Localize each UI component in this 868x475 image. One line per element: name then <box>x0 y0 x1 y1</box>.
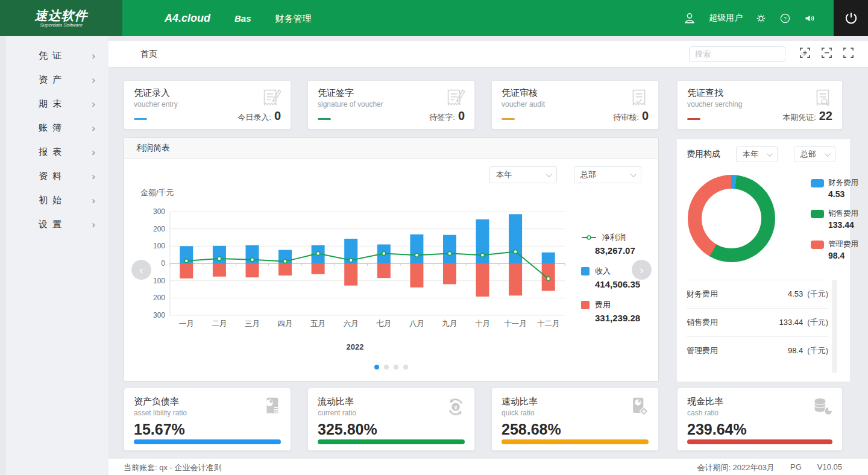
ratio-value: 325.80% <box>318 421 465 438</box>
accent-dash <box>318 118 331 120</box>
table-row[interactable]: 财务费用4.53(千元) <box>687 280 828 308</box>
sidebar-item-settings[interactable]: 设 置› <box>6 212 108 236</box>
card-current-ratio[interactable]: 流动比率 current ratio 325.80% ¥ <box>307 388 475 451</box>
chevron-down-icon <box>825 151 831 157</box>
current-account-set: 当前账套: qx - 企业会计准则 <box>124 462 222 473</box>
document-pie-icon <box>261 396 283 419</box>
chevron-right-icon: › <box>92 195 95 206</box>
profit-chart-body: 本年 总部 金额/千元 3002001000100200300一月二月三月四月五… <box>124 159 658 381</box>
search-box[interactable] <box>689 46 785 62</box>
svg-text:300: 300 <box>153 311 165 319</box>
sidebar-item-initial[interactable]: 初 始› <box>6 188 108 212</box>
blue-square-icon <box>581 267 590 275</box>
card-voucher-search[interactable]: 凭证查找 voucher serching 本期凭证:22 <box>677 80 843 130</box>
legend-sales-expense: 销售费用 133.44 <box>811 209 865 230</box>
zoom-out-bracket-icon[interactable] <box>821 47 832 61</box>
pagination-dot[interactable] <box>374 365 379 370</box>
settings-gear-icon[interactable] <box>755 13 767 24</box>
legend-admin-expense: 管理费用 98.4 <box>811 239 865 260</box>
sidebar-item-voucher[interactable]: 凭 证› <box>6 43 108 68</box>
card-title: 凭证录入 <box>134 87 281 99</box>
nav-module-finance[interactable]: 财务管理 <box>275 13 312 25</box>
nav-product[interactable]: A4.cloud <box>165 12 210 25</box>
sidebar-item-period-end[interactable]: 期 末› <box>6 92 108 116</box>
top-navigation: A4.cloud Bas 财务管理 <box>165 12 312 25</box>
card-subtitle: quick ratio <box>502 409 649 417</box>
card-subtitle: signature of voucher <box>318 100 465 109</box>
sidebar: 凭 证› 资 产› 期 末› 账 簿› 报 表› 资 料› 初 始› 设 置› <box>0 36 108 475</box>
document-pen-icon <box>444 87 467 112</box>
sidebar-item-reports[interactable]: 报 表› <box>6 140 108 164</box>
svg-text:0: 0 <box>161 259 165 268</box>
prev-page-button[interactable]: ‹ <box>131 260 151 280</box>
profit-bar-line-chart: 3002001000100200300一月二月三月四月五月六月七月八月九月十月十… <box>141 207 569 330</box>
chevron-right-icon: › <box>92 123 95 133</box>
svg-text:100: 100 <box>153 277 165 285</box>
period-select[interactable]: 本年 <box>489 166 557 183</box>
sidebar-item-label: 报 表 <box>39 146 63 158</box>
svg-text:四月: 四月 <box>278 319 293 328</box>
svg-text:六月: 六月 <box>344 319 359 328</box>
expense-period-select[interactable]: 本年 <box>736 146 778 162</box>
card-asset-liability-ratio[interactable]: 资产负债率 asset libility ratio 15.67% <box>124 388 291 451</box>
org-select[interactable]: 总部 <box>574 166 641 183</box>
svg-text:七月: 七月 <box>376 319 391 328</box>
expense-donut-wrap <box>688 175 775 262</box>
chart-pagination-dots[interactable] <box>124 365 658 370</box>
sidebar-item-label: 期 末 <box>39 98 63 110</box>
card-subtitle: asset libility ratio <box>134 409 281 417</box>
card-voucher-signature[interactable]: 凭证签字 signature of voucher 待签字:0 <box>307 80 475 130</box>
card-title: 资产负债率 <box>134 396 281 407</box>
logo-title: 速达软件 <box>35 9 88 22</box>
pagination-dot[interactable] <box>403 365 408 370</box>
expense-legend: 财务费用 4.53 销售费用 133.44 管理费用 98.4 <box>811 178 865 270</box>
svg-text:十月: 十月 <box>475 319 490 328</box>
profit-filters: 本年 总部 <box>489 166 641 183</box>
scrollbar[interactable] <box>832 280 837 373</box>
next-page-button[interactable]: › <box>632 260 652 280</box>
card-subtitle: voucher audit <box>502 100 649 109</box>
svg-text:九月: 九月 <box>442 319 458 328</box>
pagination-dot[interactable] <box>394 365 398 370</box>
sidebar-item-account-books[interactable]: 账 簿› <box>6 116 108 140</box>
card-subtitle: current ratio <box>318 409 465 417</box>
card-subtitle: voucher entry <box>134 100 281 109</box>
topbar-right: 超级用户 ? <box>683 0 868 36</box>
sidebar-item-label: 设 置 <box>39 219 63 230</box>
logout-power-button[interactable] <box>834 0 868 36</box>
document-arrow-icon <box>629 396 650 420</box>
expense-title: 费用构成 <box>687 149 720 160</box>
sound-icon[interactable] <box>804 12 816 25</box>
card-cash-ratio[interactable]: 现金比率 cash ratio 239.64% <box>677 388 843 451</box>
fullscreen-icon[interactable] <box>843 47 854 61</box>
expense-org-select[interactable]: 总部 <box>794 146 835 162</box>
chevron-right-icon: › <box>92 51 95 61</box>
chevron-down-icon <box>767 151 773 157</box>
table-row[interactable]: 销售费用133.44(千元) <box>687 308 828 336</box>
svg-text:二月: 二月 <box>212 319 227 328</box>
tab-home[interactable]: 首页 <box>140 49 157 60</box>
status-bar: 当前账套: qx - 企业会计准则 会计期间: 2022年03月 PG V10.… <box>108 459 868 475</box>
nav-edition[interactable]: Bas <box>234 13 251 24</box>
search-input[interactable] <box>695 49 801 58</box>
card-voucher-entry[interactable]: 凭证录入 voucher entry 今日录入:0 <box>124 80 291 130</box>
table-row[interactable]: 管理费用98.4(千元) <box>687 336 828 365</box>
tabbar-tools <box>689 46 854 62</box>
sidebar-item-data[interactable]: 资 料› <box>6 164 108 188</box>
chevron-right-icon: › <box>92 99 95 109</box>
sidebar-item-assets[interactable]: 资 产› <box>6 68 108 92</box>
sidebar-item-label: 资 料 <box>39 171 63 182</box>
pagination-dot[interactable] <box>384 365 389 370</box>
chevron-down-icon <box>631 171 637 177</box>
red-square-icon <box>581 301 590 309</box>
card-quick-ratio[interactable]: 速动比率 quick ratio 258.68% <box>491 388 659 451</box>
chevron-right-icon: › <box>92 219 95 230</box>
username[interactable]: 超级用户 <box>709 13 743 24</box>
svg-text:三月: 三月 <box>245 319 260 328</box>
svg-text:¥: ¥ <box>454 404 458 411</box>
status-bar-right: 会计期间: 2022年03月 PG V10.05 <box>697 462 842 473</box>
svg-text:八月: 八月 <box>409 319 424 328</box>
card-voucher-audit[interactable]: 凭证审核 voucher audit 待审核:0 <box>491 80 659 130</box>
help-icon[interactable]: ? <box>779 13 791 24</box>
user-icon[interactable] <box>683 11 696 25</box>
